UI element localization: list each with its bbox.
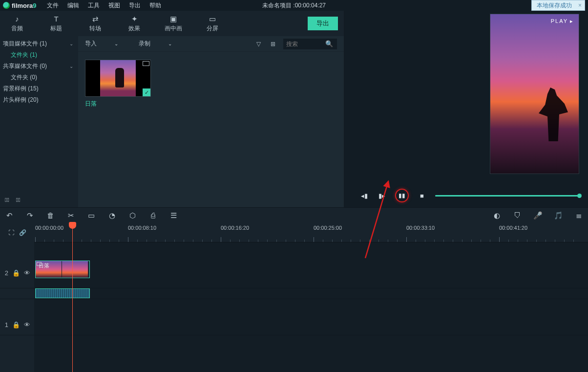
crop-button[interactable]: ▭ [87, 211, 96, 220]
sidebar-item-shared-media[interactable]: 共享媒体文件 (0)⌄ [0, 61, 78, 72]
next-frame-button[interactable]: ▮▸ [378, 191, 386, 200]
menu-help[interactable]: 帮助 [145, 1, 166, 10]
sparkle-icon: ✦ [131, 15, 138, 23]
speed-button[interactable]: ◔ [107, 211, 116, 220]
eye-icon[interactable]: 👁 [24, 269, 30, 277]
search-icon[interactable]: 🔍 [325, 40, 333, 47]
redo-button[interactable]: ↷ [25, 211, 34, 220]
marker-icon[interactable]: ⛉ [513, 211, 522, 219]
film-icon [143, 61, 149, 66]
toast-close-icon[interactable]: × [578, 2, 582, 9]
app-logo: filmora9 [3, 2, 37, 9]
delete-button[interactable]: 🗑 [46, 211, 55, 219]
sidebar-item-intro-samples[interactable]: 片头样例 (20) [0, 94, 78, 106]
color-button[interactable]: ⬡ [128, 211, 137, 220]
timeline-clip-sunset[interactable]: 日落 [35, 261, 90, 278]
link-icon[interactable]: 🔗 [19, 229, 26, 236]
menu-export[interactable]: 导出 [125, 1, 145, 10]
track-number: 1 [5, 321, 8, 328]
search-input[interactable] [286, 41, 325, 47]
preview-controls: ◂▮ ▮▸ ▮▮ ■ [358, 184, 579, 207]
sidebar-item-folder-0[interactable]: 文件夹 (0) [0, 72, 78, 83]
video-track-head: 2 🔒 👁 [0, 258, 34, 288]
timeline: ⛶ 🔗 00:00:00:0000:00:08:1000:00:16:2000:… [0, 223, 588, 372]
sidebar-item-bg-samples[interactable]: 背景样例 (15) [0, 83, 78, 94]
music-note-icon: ♪ [15, 15, 19, 23]
project-title: 未命名项目 :00:00:04:27 [262, 1, 326, 10]
ruler-head: ⛶ 🔗 [0, 223, 34, 242]
ruler-label: 00:00:41:20 [499, 225, 527, 231]
chevron-down-icon: ⌄ [168, 41, 172, 46]
clip-label: 日落 [85, 97, 151, 108]
toast-text: 本地保存成功 [537, 1, 572, 10]
filter-icon[interactable]: ▽ [254, 41, 263, 47]
mixer-icon[interactable]: ≣ [574, 211, 583, 220]
prev-frame-button[interactable]: ◂▮ [360, 191, 369, 200]
tab-pip[interactable]: ▣画中画 [161, 15, 186, 33]
check-icon: ✓ [143, 88, 150, 96]
fit-icon[interactable]: ⛶ [8, 229, 14, 236]
tab-effects[interactable]: ✦效果 [122, 15, 147, 33]
logo-icon [3, 2, 10, 9]
export-button[interactable]: 导出 [308, 17, 338, 30]
track-number: 2 [5, 269, 8, 277]
clip-audio-track [0, 288, 588, 299]
media-browser: 导入⌄ 录制⌄ ▽ ⊞ 🔍 [78, 36, 344, 207]
split-icon: ▭ [209, 15, 216, 23]
ruler-label: 00:00:08:10 [128, 225, 156, 231]
video-track-2: 1 🔒 👁 [0, 315, 588, 335]
pause-button[interactable]: ▮▮ [395, 189, 409, 202]
tab-audio[interactable]: ♪音频 [5, 15, 29, 33]
sidebar-item-folder-1[interactable]: 文件夹 (1) [0, 49, 78, 61]
import-dropdown[interactable]: 导入⌄ [85, 40, 118, 48]
ruler-label: 00:00:16:20 [221, 225, 249, 231]
sidebar-item-project-media[interactable]: 项目媒体文件 (1)⌄ [0, 38, 78, 49]
preview-play-overlay: PLAY [551, 18, 574, 24]
save-toast: 本地保存成功 × [531, 0, 585, 11]
ruler-label: 00:00:00:00 [35, 225, 63, 231]
playhead-line[interactable] [72, 223, 73, 372]
grid-view-icon[interactable]: ⊞ [269, 41, 277, 47]
menu-file[interactable]: 文件 [42, 1, 63, 10]
timeline-clip-audio[interactable] [35, 288, 90, 298]
stop-button[interactable]: ■ [418, 191, 426, 200]
eye-icon[interactable]: 👁 [24, 321, 30, 328]
tab-transition[interactable]: ⇄转场 [83, 15, 107, 33]
clip-thumbnail[interactable]: ✓ [85, 60, 151, 97]
menu-view[interactable]: 视图 [104, 1, 125, 10]
preview-silhouette [539, 88, 568, 141]
menu-tools[interactable]: 工具 [84, 1, 104, 10]
chevron-down-icon: ⌄ [69, 64, 73, 69]
settings-button[interactable]: ☰ [169, 211, 178, 220]
lock-icon[interactable]: 🔒 [12, 321, 20, 328]
text-icon: T [54, 15, 58, 23]
video-track: 2 🔒 👁 日落 [0, 258, 588, 288]
folder-add-icon[interactable]: ＋⃞ [16, 197, 21, 203]
media-clip-sunset[interactable]: ✓ 日落 [85, 60, 151, 108]
category-tabs: ♪音频 T标题 ⇄转场 ✦效果 ▣画中画 ▭分屏 导出 [0, 11, 344, 36]
scrubber-knob[interactable] [577, 194, 582, 198]
chevron-down-icon: ⌄ [69, 41, 73, 46]
playhead-icon[interactable] [69, 222, 76, 229]
transition-icon: ⇄ [92, 15, 99, 23]
folder-delete-icon[interactable]: ✖⃞ [5, 197, 9, 203]
music-icon[interactable]: 🎵 [554, 211, 563, 220]
chevron-down-icon: ⌄ [114, 41, 118, 46]
undo-button[interactable]: ↶ [5, 211, 14, 220]
menu-edit[interactable]: 编辑 [63, 1, 84, 10]
green-button[interactable]: ⎙ [148, 211, 157, 219]
ruler-label: 00:00:33:10 [406, 225, 435, 231]
search-box[interactable]: 🔍 [283, 39, 337, 49]
clip-block-label: 日落 [39, 262, 49, 269]
pip-icon: ▣ [170, 15, 177, 23]
tab-split[interactable]: ▭分屏 [200, 15, 225, 33]
time-ruler[interactable]: 00:00:00:0000:00:08:1000:00:16:2000:00:2… [34, 223, 588, 242]
preview-scrubber[interactable] [435, 195, 579, 197]
tab-titles[interactable]: T标题 [44, 15, 68, 33]
mic-icon[interactable]: 🎤 [533, 211, 542, 220]
render-icon[interactable]: ◐ [492, 211, 501, 220]
record-dropdown[interactable]: 录制⌄ [139, 40, 172, 48]
cut-button[interactable]: ✂ [66, 211, 75, 220]
lock-icon[interactable]: 🔒 [12, 269, 20, 277]
preview-video[interactable]: PLAY [490, 14, 579, 174]
